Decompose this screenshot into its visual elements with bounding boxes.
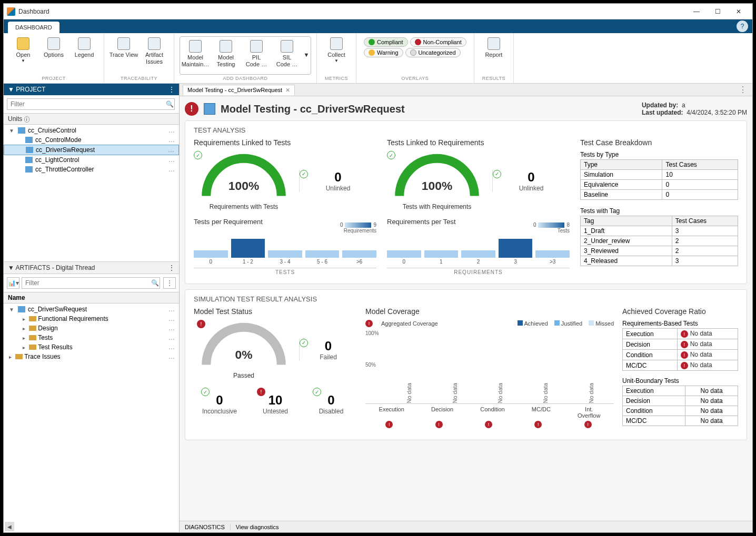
window-title: Dashboard <box>18 8 686 15</box>
tests-with-tag-table[interactable]: TagTest Cases 1_Draft3 2_Under_review2 3… <box>580 216 738 266</box>
folder-icon <box>29 335 36 340</box>
close-button[interactable]: ✕ <box>728 4 749 19</box>
options-button[interactable]: Options <box>38 35 69 58</box>
gauge-passed[interactable]: ! 0% Passed <box>194 320 294 379</box>
artifact-node[interactable]: ▸ Test Results… <box>4 342 179 352</box>
search-icon[interactable]: 🔍 <box>148 277 161 289</box>
unit-boundary-tests-table[interactable]: ExecutionNo data DecisionNo data Conditi… <box>622 386 738 426</box>
units-header: Units i <box>4 113 179 125</box>
folder-icon <box>15 354 23 359</box>
pil-code-button[interactable]: PIL Code … <box>241 38 272 68</box>
section-test-analysis: TEST ANALYSIS <box>194 126 738 134</box>
report-button[interactable]: Report <box>479 35 509 58</box>
model-maintain-icon <box>189 40 202 53</box>
open-button[interactable]: Open▼ <box>8 35 38 64</box>
tree-node[interactable]: cc_ThrottleController… <box>4 165 179 174</box>
coverage-chart[interactable]: 100% 50% No data No data No data No data… <box>365 330 614 404</box>
tests-by-type-table[interactable]: TypeTest Cases Simulation10 Equivalence0… <box>580 159 738 200</box>
check-icon: ✓ <box>313 388 321 396</box>
model-maintain-button[interactable]: Model Maintain… <box>180 38 211 68</box>
trace-issues-node[interactable]: ▸ Trace Issues… <box>4 352 179 361</box>
artifacts-panel-header: ▼ ARTIFACTS - Digital Thread ⋮ <box>4 261 179 274</box>
overlay-noncompliant-toggle[interactable]: Non-Compliant <box>410 37 466 47</box>
tree-node[interactable]: cc_LightControl… <box>4 155 179 165</box>
tree-node-selected[interactable]: cc_DriverSwRequest… <box>4 145 179 155</box>
untested-stat[interactable]: !10Untested <box>250 388 301 415</box>
artifact-node[interactable]: ▸ Design… <box>4 323 179 333</box>
artifacts-options-icon[interactable]: ⋮ <box>163 277 176 289</box>
project-panel-header: ▼ PROJECT ⋮ <box>4 84 179 95</box>
failed-stat[interactable]: ✓ 0 Failed <box>299 339 357 361</box>
alert-icon: ! <box>365 320 373 327</box>
nav-back-button[interactable]: ◀ <box>5 522 14 531</box>
overlay-compliant-toggle[interactable]: Compliant <box>364 37 408 47</box>
tab-menu-icon[interactable]: ⋮ <box>739 85 752 95</box>
artifact-node[interactable]: ▸ Functional Requirements… <box>4 314 179 323</box>
collect-button[interactable]: Collect▼ <box>321 35 352 64</box>
model-testing-icon <box>220 40 232 53</box>
model-icon <box>25 166 33 173</box>
report-icon <box>488 37 500 50</box>
check-icon: ✓ <box>493 170 501 178</box>
folder-icon <box>29 345 36 350</box>
check-icon: ✓ <box>300 339 308 347</box>
req-based-tests-table[interactable]: Execution!No data Decision!No data Condi… <box>622 328 738 371</box>
gauge-tests-req[interactable]: ✓ 100% Tests with Requirements <box>387 151 487 210</box>
disabled-stat[interactable]: ✓0Disabled <box>305 388 357 415</box>
model-icon <box>18 127 25 134</box>
folder-icon <box>29 326 36 331</box>
sil-code-button[interactable]: SIL Code … <box>272 38 302 68</box>
artifact-node[interactable]: ▸ Tests… <box>4 333 179 342</box>
alert-icon: ! <box>534 421 542 428</box>
page-title: Model Testing - cc_DriverSwRequest <box>221 103 405 115</box>
alert-icon: ! <box>257 388 265 396</box>
document-tab[interactable]: Model Testing - cc_DriverSwRequest✕ <box>183 85 295 95</box>
unlinked-tests-stat[interactable]: ✓ 0 Unlinked <box>492 170 570 192</box>
ribbon-toolbar: Open▼ Options Legend PROJECT Trace View … <box>4 33 752 84</box>
artifacts-filter-input[interactable] <box>22 277 160 289</box>
req-per-test-histogram[interactable] <box>387 239 570 258</box>
tree-node[interactable]: cc_ControlMode… <box>4 135 179 145</box>
status-bar: DIAGNOSTICS View diagnostics <box>180 521 752 532</box>
artifacts-menu-icon[interactable]: ⋮ <box>168 264 175 271</box>
alert-icon: ! <box>197 320 205 328</box>
tests-per-req-histogram[interactable] <box>194 239 376 258</box>
document-tabs: Model Testing - cc_DriverSwRequest✕ ⋮ <box>180 84 752 96</box>
legend-button[interactable]: Legend <box>69 35 100 58</box>
pil-icon <box>250 40 263 53</box>
add-dashboard-dropdown[interactable]: ▼ <box>302 38 311 58</box>
overlay-uncategorized-toggle[interactable]: Uncategorized <box>405 48 461 57</box>
ribbon-tab-strip: DASHBOARD ? <box>4 19 752 33</box>
search-icon[interactable]: 🔍 <box>163 98 176 110</box>
alert-icon: ! <box>584 421 592 428</box>
req-linked-title: Requirements Linked to Tests <box>194 138 376 147</box>
minimize-button[interactable]: — <box>686 4 707 19</box>
chart-icon[interactable]: 📊▾ <box>7 277 19 289</box>
artifact-issues-button[interactable]: Artifact Issues <box>139 35 170 65</box>
project-menu-icon[interactable]: ⋮ <box>168 86 175 93</box>
maximize-button[interactable]: ☐ <box>707 4 728 19</box>
alert-icon: ! <box>185 102 198 116</box>
ribbon-tab-dashboard[interactable]: DASHBOARD <box>8 22 59 33</box>
diagnostics-tab[interactable]: DIAGNOSTICS <box>180 524 231 530</box>
tab-close-icon[interactable]: ✕ <box>285 87 290 94</box>
check-icon: ✓ <box>201 388 210 396</box>
model-testing-button[interactable]: Model Testing <box>211 38 241 68</box>
collect-icon <box>330 37 343 50</box>
traceview-button[interactable]: Trace View <box>108 35 139 58</box>
alert-icon: ! <box>385 421 393 428</box>
artifact-root[interactable]: ▼cc_DriverSwRequest… <box>4 305 179 314</box>
gauge-req-tests[interactable]: ✓ 100% Requirements with Tests <box>194 151 294 210</box>
artifact-icon <box>148 37 161 50</box>
unlinked-req-stat[interactable]: ✓ 0 Unlinked <box>299 170 376 192</box>
model-icon <box>25 157 33 163</box>
tests-linked-title: Tests Linked to Requirements <box>387 138 570 147</box>
model-icon <box>25 137 33 143</box>
help-icon[interactable]: ? <box>737 21 748 32</box>
view-diagnostics-link[interactable]: View diagnostics <box>231 524 284 530</box>
project-filter-input[interactable] <box>7 98 175 110</box>
tree-root[interactable]: ▼cc_CruiseControl… <box>4 126 179 135</box>
svg-text:100%: 100% <box>422 179 452 193</box>
overlay-warning-toggle[interactable]: Warning <box>364 48 403 57</box>
inconclusive-stat[interactable]: ✓0Inconclusive <box>194 388 245 415</box>
